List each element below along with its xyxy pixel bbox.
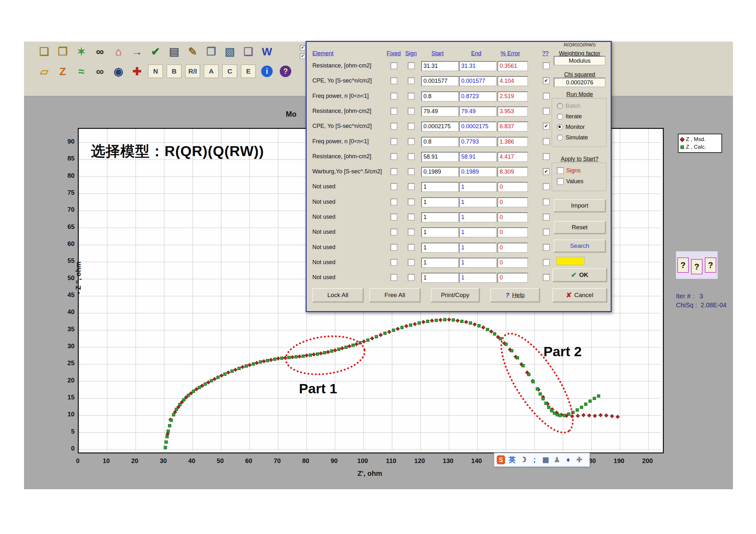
plot-ri-icon[interactable]: R/I (185, 64, 200, 78)
sign-checkbox[interactable] (408, 77, 415, 84)
question-mark-icon[interactable]: ? (691, 259, 703, 274)
end-value-input[interactable]: 1 (459, 227, 497, 237)
signs-checkbox[interactable] (557, 167, 564, 174)
import-button[interactable]: Import (554, 199, 606, 212)
scatter-data-icon[interactable]: ✶ (74, 44, 89, 59)
run-mode-monitor-radio[interactable] (557, 124, 563, 130)
plot-a-icon[interactable]: A (204, 64, 219, 78)
end-value-input[interactable]: 1 (459, 197, 497, 207)
uncertainty-checkbox[interactable] (543, 214, 550, 220)
weighting-value[interactable]: Modulus (554, 56, 605, 65)
open-folder-icon[interactable]: ▱ (37, 64, 52, 79)
fixed-checkbox[interactable] (391, 244, 397, 251)
fixed-checkbox[interactable] (391, 168, 397, 175)
forward-arrow-icon[interactable]: → (130, 44, 144, 59)
fixed-checkbox[interactable] (391, 77, 397, 84)
plot-n-icon[interactable]: N (148, 64, 163, 78)
move-axes-icon[interactable]: ✚ (130, 64, 144, 79)
cancel-button[interactable]: ✘ Cancel (553, 288, 607, 302)
plot-e-icon[interactable]: E (241, 64, 256, 78)
waveform-icon[interactable]: ≈ (74, 64, 89, 79)
help-button[interactable]: ? Help (490, 288, 540, 302)
start-value-input[interactable]: 58.91 (421, 152, 459, 162)
new-page-icon[interactable]: ❑ (241, 44, 256, 59)
end-value-input[interactable]: 1 (459, 182, 497, 192)
data-file-clock-icon[interactable]: Z (55, 64, 70, 79)
plot-c-icon[interactable]: C (223, 64, 237, 78)
sign-checkbox[interactable] (408, 199, 415, 205)
fixed-checkbox[interactable] (391, 138, 397, 145)
uncertainty-checkbox[interactable] (543, 63, 550, 69)
plot-b-icon[interactable]: B (167, 64, 181, 78)
start-value-input[interactable]: 1 (421, 243, 459, 253)
end-value-input[interactable]: 0.0002175 (459, 121, 497, 131)
sign-checkbox[interactable] (408, 168, 415, 175)
report-notes-icon[interactable]: ✎ (185, 44, 200, 59)
end-value-input[interactable]: 1 (459, 243, 497, 253)
fixed-checkbox[interactable] (391, 199, 397, 205)
uncertainty-checkbox[interactable] (543, 153, 550, 160)
option-checkbox[interactable]: ✔ (300, 53, 305, 59)
sign-checkbox[interactable] (408, 274, 415, 281)
validate-checklist-icon[interactable]: ✔ (148, 44, 163, 59)
sign-checkbox[interactable] (408, 108, 415, 114)
uncertainty-checkbox[interactable]: ✔ (543, 168, 550, 175)
help-book-icon[interactable]: ? (278, 64, 293, 79)
question-mark-icon[interactable]: ? (677, 257, 689, 273)
end-value-input[interactable]: 0.1989 (459, 167, 497, 177)
search-button[interactable]: Search (554, 240, 606, 252)
uncertainty-checkbox[interactable] (543, 138, 550, 145)
option-checkbox[interactable]: ✔ (300, 45, 305, 51)
run-mode-simulate-radio[interactable] (557, 135, 563, 141)
fixed-checkbox[interactable] (391, 214, 397, 220)
uncertainty-checkbox[interactable]: ✔ (543, 123, 550, 130)
sign-checkbox[interactable] (408, 259, 415, 266)
start-value-input[interactable]: 1 (421, 258, 459, 267)
sign-checkbox[interactable] (408, 183, 415, 190)
fixed-checkbox[interactable] (391, 108, 397, 114)
punctuation-icon[interactable]: ； (530, 455, 539, 464)
uncertainty-checkbox[interactable]: ✔ (543, 77, 550, 84)
start-value-input[interactable]: 1 (421, 197, 459, 207)
start-value-input[interactable]: 0.8 (421, 137, 459, 147)
uncertainty-checkbox[interactable] (543, 108, 550, 114)
info-icon[interactable]: i (259, 64, 274, 79)
uncertainty-checkbox[interactable] (543, 244, 550, 251)
sign-checkbox[interactable] (408, 63, 415, 69)
fixed-checkbox[interactable] (391, 63, 397, 69)
sign-checkbox[interactable] (408, 123, 415, 130)
language-icon[interactable]: 英 (508, 455, 516, 464)
sign-checkbox[interactable] (408, 214, 415, 220)
fixed-checkbox[interactable] (391, 229, 397, 235)
print-icon[interactable]: ▤ (167, 44, 181, 59)
sogou-logo-icon[interactable]: S (497, 455, 505, 464)
fixed-checkbox[interactable] (391, 123, 397, 130)
end-value-input[interactable]: 0.7793 (459, 137, 497, 147)
skin-icon[interactable]: ♦ (564, 455, 572, 464)
lock-all-button[interactable]: Lock All (312, 288, 363, 302)
chart-page-icon[interactable]: ▧ (223, 44, 237, 59)
end-value-input[interactable]: 1 (459, 273, 497, 283)
start-value-input[interactable]: 31.31 (421, 61, 459, 71)
reset-button[interactable]: Reset (554, 221, 606, 234)
ok-button[interactable]: ✔ OK (553, 268, 607, 282)
word-report-icon[interactable]: W (259, 44, 274, 59)
start-value-input[interactable]: 0.0002175 (421, 121, 459, 131)
uncertainty-checkbox[interactable] (543, 183, 550, 190)
uncertainty-checkbox[interactable] (543, 93, 550, 99)
end-value-input[interactable]: 0.8723 (459, 91, 497, 101)
start-value-input[interactable]: 1 (421, 212, 459, 222)
fixed-checkbox[interactable] (391, 274, 397, 281)
moon-icon[interactable]: ☽ (519, 455, 527, 464)
sign-checkbox[interactable] (408, 244, 415, 251)
start-value-input[interactable]: 1 (421, 273, 459, 283)
user-icon[interactable]: ♟ (553, 455, 561, 464)
sign-checkbox[interactable] (408, 229, 415, 235)
question-mark-icon[interactable]: ? (705, 257, 716, 273)
eye-icon[interactable]: ◉ (111, 64, 126, 79)
uncertainty-checkbox[interactable] (543, 199, 550, 205)
start-value-input[interactable]: 0.8 (421, 91, 459, 101)
question-marks-panel[interactable]: ??? (676, 251, 717, 279)
end-value-input[interactable]: 58.91 (459, 152, 497, 162)
copy-pages-icon[interactable]: ❒ (204, 44, 219, 59)
